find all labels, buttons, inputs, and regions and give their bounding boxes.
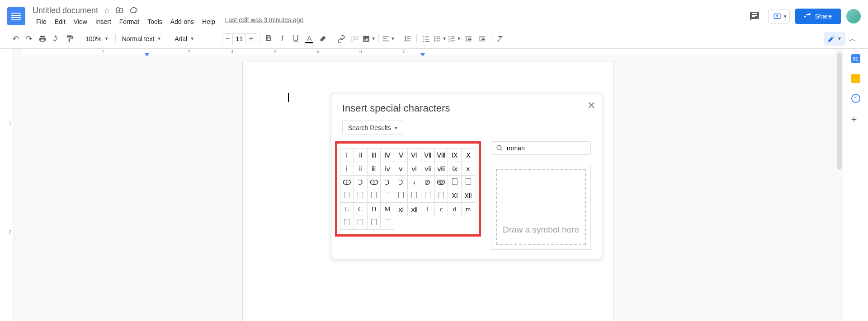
horizontal-ruler[interactable]: 1 2 3 4 5 6 7 [23, 49, 834, 56]
draw-symbol-box[interactable]: Draw a symbol here [491, 164, 591, 250]
redo-icon[interactable]: ↷ [23, 33, 35, 45]
cloud-status-icon[interactable] [129, 6, 138, 15]
checklist-icon[interactable] [420, 33, 432, 45]
editing-mode-button[interactable]: ▼ [824, 32, 845, 46]
menu-addons[interactable]: Add-ons [167, 16, 198, 27]
style-dropdown[interactable]: Normal text▼ [118, 33, 165, 44]
menu-file[interactable]: File [33, 16, 50, 27]
comments-icon[interactable] [746, 8, 763, 24]
character-cell[interactable]: ⅴ [394, 162, 408, 176]
character-cell[interactable] [394, 189, 408, 203]
keep-icon[interactable] [851, 74, 860, 83]
character-cell[interactable] [340, 216, 354, 230]
menu-insert[interactable]: Insert [92, 16, 115, 27]
undo-icon[interactable]: ↶ [9, 33, 22, 45]
menu-help[interactable]: Help [198, 16, 219, 27]
bullet-list-icon[interactable]: ▼ [433, 33, 447, 45]
image-icon[interactable]: ▼ [362, 33, 376, 45]
character-cell[interactable]: ↁ [421, 176, 434, 189]
character-cell[interactable]: Ↄ [354, 176, 367, 189]
star-icon[interactable]: ☆ [104, 6, 110, 15]
indent-decrease-icon[interactable] [462, 33, 475, 45]
character-cell[interactable]: Ⅹ [462, 149, 475, 162]
character-cell[interactable]: ⅱ [354, 162, 367, 176]
character-cell[interactable] [367, 189, 381, 203]
character-cell[interactable]: Ⅴ [394, 149, 408, 162]
highlight-icon[interactable] [316, 33, 329, 45]
link-icon[interactable] [335, 33, 348, 45]
character-cell[interactable]: ⅵ [407, 162, 421, 176]
font-size-input[interactable] [232, 34, 246, 44]
right-indent-marker[interactable] [420, 53, 425, 56]
character-cell[interactable]: ↓ [407, 176, 421, 189]
scrollbar-thumb[interactable] [837, 52, 842, 170]
character-cell[interactable]: Ⅺ [448, 189, 462, 203]
character-cell[interactable] [421, 189, 434, 203]
menu-tools[interactable]: Tools [144, 16, 166, 27]
character-cell[interactable]: m [462, 203, 475, 216]
align-icon[interactable]: ▼ [382, 33, 395, 45]
text-color-icon[interactable]: A [303, 33, 316, 45]
character-cell[interactable]: Ↄ [381, 176, 394, 189]
numbered-list-icon[interactable]: ▼ [448, 33, 461, 45]
move-icon[interactable] [115, 6, 123, 14]
character-cell[interactable]: l [421, 203, 434, 216]
character-cell[interactable]: c [434, 203, 448, 216]
character-cell[interactable]: ↂ [434, 176, 448, 189]
menu-format[interactable]: Format [116, 16, 143, 27]
character-cell[interactable]: ⅷ [434, 162, 448, 176]
character-cell[interactable] [367, 216, 381, 230]
character-cell[interactable]: Ↄ [394, 176, 408, 189]
character-cell[interactable]: C [354, 203, 367, 216]
close-icon[interactable]: ✕ [587, 100, 595, 112]
character-cell[interactable] [354, 216, 367, 230]
character-cell[interactable] [381, 216, 394, 230]
character-cell[interactable]: ⅰ [340, 162, 354, 176]
character-cell[interactable]: ⅲ [367, 162, 381, 176]
line-spacing-icon[interactable] [401, 33, 414, 45]
document-page[interactable]: Insert special characters ✕ Search Resul… [243, 61, 613, 321]
character-cell[interactable]: L [340, 203, 354, 216]
clear-format-icon[interactable] [494, 33, 507, 45]
character-cell[interactable]: Ⅰ [340, 149, 354, 162]
character-cell[interactable]: Ⅱ [354, 149, 367, 162]
font-size-decrease[interactable]: − [222, 34, 232, 44]
calendar-icon[interactable]: 31 [851, 54, 860, 63]
zoom-dropdown[interactable]: 100%▼ [82, 33, 113, 44]
character-cell[interactable]: D [367, 203, 381, 216]
document-title[interactable]: Untitled document [33, 6, 98, 15]
paint-format-icon[interactable] [63, 33, 76, 45]
comment-add-icon[interactable] [349, 33, 361, 45]
font-dropdown[interactable]: Arial▼ [171, 33, 216, 44]
character-cell[interactable]: ⅶ [421, 162, 434, 176]
character-cell[interactable]: ↀ [367, 176, 381, 189]
character-cell[interactable] [407, 189, 421, 203]
character-cell[interactable] [354, 189, 367, 203]
character-cell[interactable] [462, 176, 475, 189]
character-cell[interactable]: ⅺ [394, 203, 408, 216]
underline-icon[interactable]: U [289, 33, 302, 45]
character-cell[interactable] [434, 189, 448, 203]
font-size-increase[interactable]: + [246, 34, 256, 44]
left-indent-marker[interactable] [145, 53, 149, 56]
character-cell[interactable]: Ⅳ [381, 149, 394, 162]
character-cell[interactable]: d [448, 203, 462, 216]
bold-icon[interactable]: B [262, 33, 275, 45]
docs-logo[interactable] [7, 7, 25, 25]
character-cell[interactable] [340, 189, 354, 203]
filter-dropdown[interactable]: Search Results▼ [342, 121, 404, 135]
character-cell[interactable]: ⅸ [448, 162, 462, 176]
character-cell[interactable] [448, 176, 462, 189]
character-cell[interactable]: Ⅲ [367, 149, 381, 162]
collapse-toolbar-icon[interactable]: ︿ [846, 33, 859, 45]
present-button[interactable]: ▼ [768, 9, 790, 23]
tasks-icon[interactable] [851, 94, 860, 103]
character-cell[interactable]: M [381, 203, 394, 216]
character-cell[interactable] [381, 189, 394, 203]
indent-increase-icon[interactable] [476, 33, 488, 45]
search-input[interactable] [507, 144, 586, 152]
menu-view[interactable]: View [70, 16, 91, 27]
character-cell[interactable]: Ⅻ [462, 189, 475, 203]
character-cell[interactable]: Ⅶ [421, 149, 434, 162]
print-icon[interactable] [36, 33, 49, 45]
